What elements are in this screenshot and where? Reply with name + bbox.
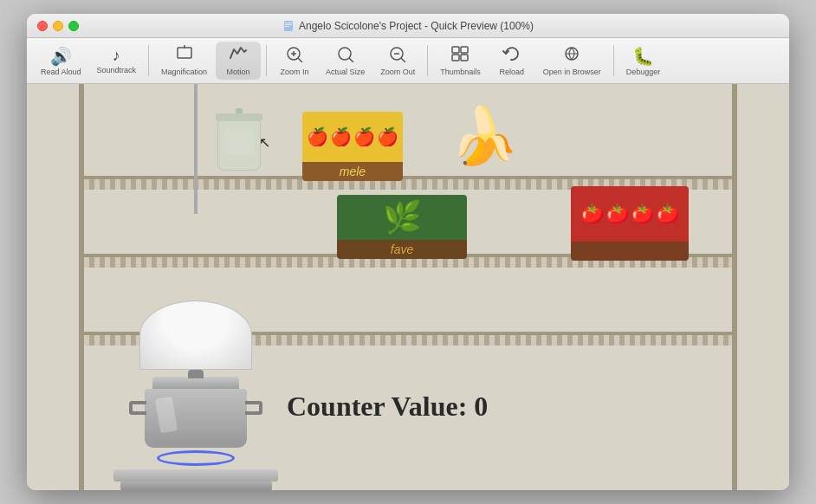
svg-rect-4 xyxy=(178,48,191,58)
stove-top xyxy=(113,469,278,481)
maximize-button[interactable] xyxy=(68,21,79,31)
separator-4 xyxy=(613,45,614,76)
banana-item[interactable]: 🍌 xyxy=(450,108,519,164)
counter-value: Counter Value: 0 xyxy=(287,391,488,422)
counter-display: Counter Value: 0 xyxy=(287,391,488,423)
tomato-emoji-3: 🍅 xyxy=(631,203,654,225)
separator-3 xyxy=(427,45,428,76)
lamp-cord xyxy=(194,84,198,214)
cursor-indicator: ↖ xyxy=(259,134,270,151)
scene[interactable]: ↖ 🍎 🍎 🍎 🍎 mele 🍌 🌿 xyxy=(27,84,789,490)
shelf-left-wall xyxy=(79,84,84,490)
window-title: Angelo Scicolone's Project - Quick Previ… xyxy=(282,20,534,32)
flame-ring xyxy=(157,450,235,466)
apple-box-label: mele xyxy=(340,165,366,178)
stove-body xyxy=(120,481,272,490)
magnification-label: Magnification xyxy=(161,68,207,76)
main-window: Angelo Scicolone's Project - Quick Previ… xyxy=(27,14,789,490)
tomatoes-box[interactable]: 🍅 🍅 🍅 🍅 xyxy=(571,186,689,261)
apple-emoji-2: 🍎 xyxy=(330,126,352,147)
zoom-in-icon xyxy=(285,45,304,67)
thumbnails-icon xyxy=(450,45,470,67)
debugger-icon: 🐛 xyxy=(632,46,654,67)
beans-box[interactable]: 🌿 fave xyxy=(337,195,467,259)
svg-rect-17 xyxy=(452,55,459,61)
toolbar-magnification[interactable]: Magnification xyxy=(154,42,214,80)
traffic-lights xyxy=(37,21,79,31)
svg-point-10 xyxy=(339,48,351,60)
toolbar-soundtrack[interactable]: ♪ Soundtrack xyxy=(90,43,144,79)
beans-box-label: fave xyxy=(391,242,413,256)
svg-rect-1 xyxy=(285,23,292,23)
toolbar-zoom-out[interactable]: Zoom Out xyxy=(373,42,422,80)
pot-handle-left xyxy=(129,401,146,415)
toolbar-thumbnails[interactable]: Thumbnails xyxy=(433,42,488,80)
apple-emoji-3: 🍎 xyxy=(353,126,375,147)
actual-size-icon xyxy=(336,45,355,67)
tomato-emoji-1: 🍅 xyxy=(580,203,604,225)
toolbar-motion[interactable]: Motion xyxy=(216,42,261,80)
shelf-right-wall xyxy=(732,84,737,490)
close-button[interactable] xyxy=(37,21,48,31)
svg-rect-18 xyxy=(461,55,468,61)
toolbar-reload[interactable]: Reload xyxy=(489,42,534,80)
cooking-station xyxy=(113,300,278,490)
soundtrack-label: Soundtrack xyxy=(97,66,137,74)
svg-line-11 xyxy=(349,58,353,62)
svg-line-13 xyxy=(401,58,405,62)
actual-size-label: Actual Size xyxy=(326,68,365,76)
toolbar-read-aloud[interactable]: 🔊 Read Aloud xyxy=(34,42,88,80)
reload-label: Reload xyxy=(499,68,524,76)
tomato-emoji-4: 🍅 xyxy=(656,203,679,225)
soundtrack-icon: ♪ xyxy=(113,47,120,66)
svg-rect-16 xyxy=(461,47,468,53)
lamp-shade xyxy=(139,300,252,370)
jar-item[interactable] xyxy=(216,108,262,171)
tomato-emoji-2: 🍅 xyxy=(606,203,629,225)
svg-rect-3 xyxy=(285,26,289,27)
svg-rect-2 xyxy=(285,24,292,25)
read-aloud-icon: 🔊 xyxy=(50,46,72,67)
pot-lid-handle xyxy=(188,370,204,378)
pot-highlight xyxy=(155,397,178,434)
motion-icon xyxy=(229,45,248,67)
minimize-button[interactable] xyxy=(53,21,63,31)
pot-handle-right xyxy=(245,401,262,415)
zoom-out-label: Zoom Out xyxy=(380,68,415,76)
toolbar-actual-size[interactable]: Actual Size xyxy=(319,42,372,80)
read-aloud-label: Read Aloud xyxy=(41,68,81,76)
document-icon xyxy=(282,20,295,32)
magnification-icon xyxy=(175,45,194,67)
thumbnails-label: Thumbnails xyxy=(440,68,481,76)
beans-emoji: 🌿 xyxy=(383,199,422,236)
zoom-in-label: Zoom In xyxy=(281,68,309,76)
zoom-out-icon xyxy=(388,45,407,67)
apple-box[interactable]: 🍎 🍎 🍎 🍎 mele xyxy=(302,112,403,181)
apple-emoji-4: 🍎 xyxy=(377,126,398,147)
banana-emoji: 🍌 xyxy=(450,105,519,167)
svg-rect-15 xyxy=(452,47,459,53)
flame-area xyxy=(157,450,235,466)
pot-assembly xyxy=(113,370,278,490)
apple-emoji: 🍎 xyxy=(307,126,328,147)
separator-2 xyxy=(266,45,267,76)
toolbar-debugger[interactable]: 🐛 Debugger xyxy=(619,42,668,80)
toolbar-zoom-in[interactable]: Zoom In xyxy=(272,42,317,80)
shelf-line-1 xyxy=(79,176,737,179)
pot-lid xyxy=(152,377,239,389)
open-in-browser-label: Open in Browser xyxy=(543,68,601,76)
separator-1 xyxy=(148,45,149,76)
pot-body xyxy=(145,389,247,448)
toolbar-open-in-browser[interactable]: Open in Browser xyxy=(536,42,608,80)
debugger-label: Debugger xyxy=(626,68,661,76)
svg-line-7 xyxy=(298,58,302,62)
content-area: ↖ 🍎 🍎 🍎 🍎 mele 🍌 🌿 xyxy=(27,84,789,490)
motion-label: Motion xyxy=(227,68,250,76)
reload-icon xyxy=(502,45,521,67)
toolbar: 🔊 Read Aloud ♪ Soundtrack Magnification … xyxy=(27,38,789,84)
open-in-browser-icon xyxy=(562,45,581,67)
titlebar: Angelo Scicolone's Project - Quick Previ… xyxy=(27,14,789,38)
